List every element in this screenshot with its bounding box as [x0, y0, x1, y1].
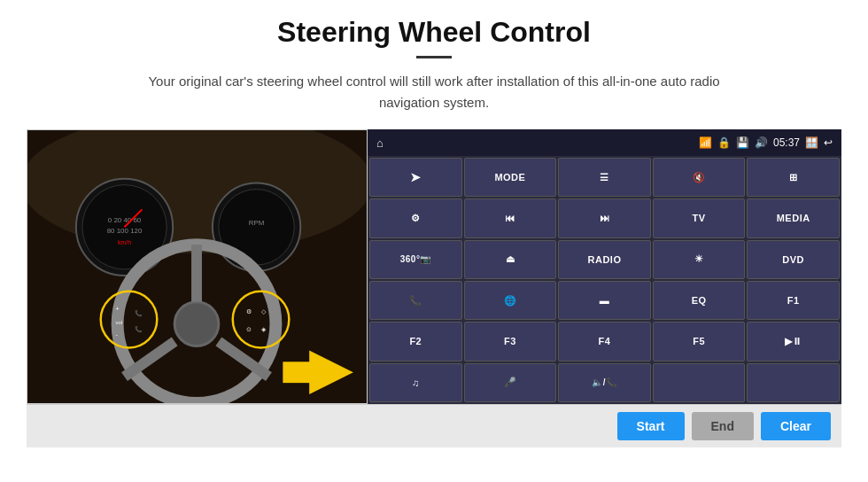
svg-text:vol: vol [116, 320, 123, 325]
btn-dvd[interactable]: DVD [747, 240, 840, 279]
svg-text:0 20 40 60: 0 20 40 60 [108, 216, 142, 224]
btn-music[interactable]: ♫ [369, 363, 462, 402]
btn-mute[interactable]: 🔇 [653, 158, 746, 197]
svg-text:80 100 120: 80 100 120 [107, 227, 143, 235]
svg-text:⚙: ⚙ [246, 308, 252, 315]
svg-text:+: + [116, 306, 120, 312]
btn-f2[interactable]: F2 [369, 322, 462, 361]
svg-text:km/h: km/h [118, 239, 131, 245]
btn-empty1 [653, 363, 746, 402]
btn-apps[interactable]: ⊞ [747, 158, 840, 197]
btn-brightness[interactable]: ☀ [653, 240, 746, 279]
svg-text:📞: 📞 [135, 309, 143, 317]
btn-nav[interactable]: ➤ [369, 158, 462, 197]
btn-eject[interactable]: ⏏ [464, 240, 557, 279]
status-bar: ⌂ 📶 🔒 💾 🔊 05:37 🪟 ↩ [368, 129, 841, 156]
svg-text:📞: 📞 [135, 325, 143, 333]
btn-cam360[interactable]: 360°📷 [369, 240, 462, 279]
window-icon: 🪟 [805, 136, 818, 149]
page-subtitle: Your original car's steering wheel contr… [133, 71, 735, 113]
clear-button[interactable]: Clear [761, 412, 831, 440]
btn-f3[interactable]: F3 [464, 322, 557, 361]
btn-prev[interactable]: ⏮ [464, 198, 557, 237]
btn-menu[interactable]: ☰ [558, 158, 651, 197]
btn-f5[interactable]: F5 [653, 322, 746, 361]
svg-point-16 [101, 292, 158, 348]
btn-f4[interactable]: F4 [558, 322, 651, 361]
btn-volphone[interactable]: 🔈/📞 [558, 363, 651, 402]
title-divider [416, 56, 452, 58]
back-icon[interactable]: ↩ [824, 136, 833, 149]
btn-f1[interactable]: F1 [747, 281, 840, 320]
btn-empty2 [747, 363, 840, 402]
button-grid: ➤ MODE ☰ 🔇 ⊞ ⚙ ⏮ ⏭ TV MEDIA 360°📷 ⏏ RADI… [368, 156, 841, 404]
btn-mode[interactable]: MODE [464, 158, 557, 197]
bt-icon: 🔊 [755, 136, 768, 149]
sd-icon: 💾 [736, 136, 749, 149]
svg-text:RPM: RPM [249, 219, 265, 227]
content-row: 0 20 40 60 80 100 120 km/h RPM [27, 129, 841, 404]
svg-point-12 [174, 302, 219, 346]
time-display: 05:37 [773, 136, 800, 149]
btn-eq[interactable]: EQ [653, 281, 746, 320]
start-button[interactable]: Start [617, 412, 685, 440]
btn-playpause[interactable]: ▶⏸ [747, 322, 840, 361]
page-container: Steering Wheel Control Your original car… [0, 0, 868, 447]
lock-icon: 🔒 [717, 136, 731, 149]
btn-screen[interactable]: ▬ [558, 281, 651, 320]
btn-web[interactable]: 🌐 [464, 281, 557, 320]
end-button[interactable]: End [692, 412, 754, 440]
svg-rect-28 [283, 362, 311, 383]
control-panel: ⌂ 📶 🔒 💾 🔊 05:37 🪟 ↩ ➤ MODE ☰ 🔇 ⊞ [368, 129, 841, 404]
btn-phone[interactable]: 📞 [369, 281, 462, 320]
btn-settings[interactable]: ⚙ [369, 198, 462, 237]
btn-next[interactable]: ⏭ [558, 198, 651, 237]
svg-point-17 [233, 292, 290, 348]
btn-media[interactable]: MEDIA [747, 198, 840, 237]
svg-text:⊙: ⊙ [246, 326, 252, 332]
wifi-icon: 📶 [699, 136, 712, 149]
page-title: Steering Wheel Control [277, 16, 591, 49]
svg-text:-: - [116, 331, 118, 338]
btn-mic[interactable]: 🎤 [464, 363, 557, 402]
btn-tv[interactable]: TV [653, 198, 746, 237]
btn-radio[interactable]: RADIO [558, 240, 651, 279]
home-icon[interactable]: ⌂ [376, 136, 384, 150]
car-image: 0 20 40 60 80 100 120 km/h RPM [27, 129, 368, 404]
